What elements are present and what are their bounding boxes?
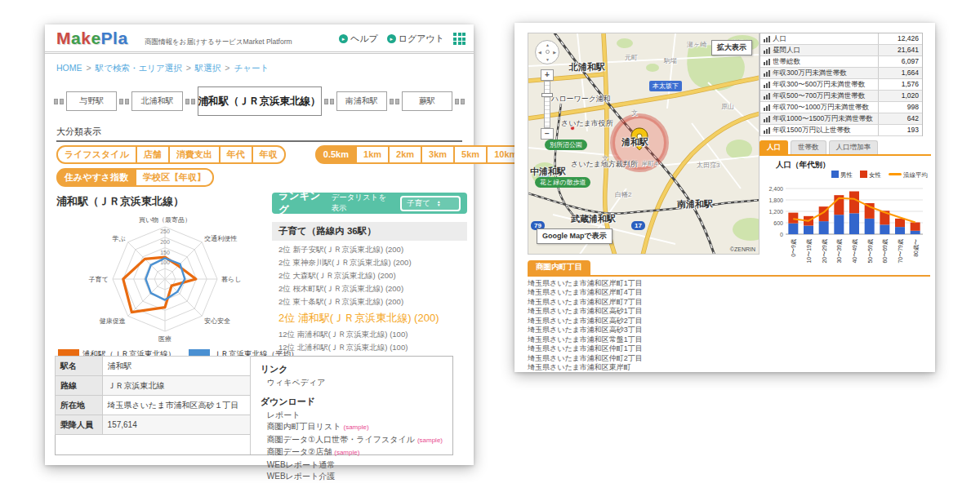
bar-chart-legend: 男性女性沿線平均 bbox=[756, 171, 928, 180]
station-tab[interactable]: 浦和駅（ＪＲ京浜東北線） bbox=[198, 86, 322, 116]
download-link[interactable]: 商圏データ①人口世帯・ライフスタイル(sample) bbox=[261, 434, 443, 447]
trade-area-tab[interactable]: 商圏内町丁目 bbox=[528, 260, 590, 275]
station-tab[interactable]: 蕨駅 bbox=[402, 91, 452, 111]
stats-row[interactable]: 年収700〜1000万円未満世帯数998 bbox=[760, 102, 922, 113]
ranking-item[interactable]: 2位 大森駅(ＪＲ京浜東北線) (200) bbox=[272, 269, 467, 282]
category-button[interactable]: 年収 bbox=[252, 145, 286, 164]
map-label-small: 元町 bbox=[625, 53, 638, 62]
apps-grid-icon[interactable] bbox=[453, 33, 466, 45]
distance-button-group: 0.5km1km2km3km5km10km bbox=[315, 145, 525, 164]
ranking-header-bar: ランキング データリストを表示 子育て ▲▼ bbox=[272, 193, 467, 214]
logo-letter: k bbox=[81, 29, 91, 47]
pan-left-icon[interactable]: ◀ bbox=[538, 50, 541, 55]
zoom-handle[interactable] bbox=[541, 93, 553, 97]
tab-人口[interactable]: 人口 bbox=[760, 140, 788, 154]
left-panel: MakePla 商圏情報をお届けするサービスMarket Platform ▸ … bbox=[45, 24, 474, 465]
distance-button[interactable]: 1km bbox=[356, 145, 389, 164]
radar-ring-label: 200 bbox=[160, 239, 170, 245]
stats-table: 人口12,426昼間人口21,641世帯総数6,097年収300万円未満世帯数1… bbox=[760, 33, 923, 136]
download-link[interactable]: 商圏データ②店舗(sample) bbox=[261, 446, 443, 459]
distance-button[interactable]: 2km bbox=[389, 145, 421, 164]
map-expand-button[interactable]: 拡大表示 bbox=[711, 40, 752, 55]
legend-swatch bbox=[860, 171, 867, 178]
stats-row[interactable]: 年収300万円未満世帯数1,664 bbox=[760, 68, 922, 79]
station-tab[interactable]: 南浦和駅 bbox=[336, 91, 387, 111]
rail-connector-icon bbox=[185, 99, 195, 104]
zoom-out-button[interactable]: − bbox=[541, 128, 554, 140]
trade-area-item: 埼玉県さいたま市浦和区高砂3丁目 bbox=[528, 326, 930, 335]
category-button[interactable]: 店舗 bbox=[136, 145, 169, 164]
stats-row[interactable]: 人口12,426 bbox=[760, 33, 922, 45]
ranking-category-select[interactable]: 子育て ▲▼ bbox=[400, 196, 461, 211]
station-tab[interactable]: 与野駅 bbox=[66, 91, 117, 111]
trade-area-item: 埼玉県さいたま市浦和区仲町1丁目 bbox=[528, 344, 930, 354]
bar-chart-icon bbox=[764, 59, 770, 65]
help-link[interactable]: ▸ ヘルプ bbox=[339, 33, 378, 45]
ranking-item[interactable]: 2位 桜木町駅(ＪＲ京浜東北線) (200) bbox=[272, 282, 467, 295]
breadcrumb-separator: > bbox=[186, 63, 191, 73]
app-header: MakePla 商圏情報をお届けするサービスMarket Platform ▸ … bbox=[45, 24, 474, 54]
stats-row[interactable]: 年収1500万円以上世帯数193 bbox=[760, 125, 922, 136]
category-button[interactable]: ライフスタイル bbox=[56, 145, 136, 164]
app-logo[interactable]: MakePla bbox=[56, 29, 128, 48]
right-panel: 北浦和駅浦和駅中浦和駅武蔵浦和駅南浦和駅ハローワーク浦和さいたま市役所さいたま地… bbox=[514, 23, 935, 372]
distance-button[interactable]: 0.5km bbox=[315, 145, 356, 164]
stats-row[interactable]: 年収1000〜1500万円未満世帯数642 bbox=[760, 113, 922, 125]
map-label-station: 浦和駅 bbox=[621, 136, 648, 149]
distance-button[interactable]: 3km bbox=[421, 145, 454, 164]
breadcrumb-item[interactable]: 駅で検索・エリア選択 bbox=[96, 63, 182, 73]
zoom-in-button[interactable]: + bbox=[541, 69, 554, 81]
pan-center-dot[interactable] bbox=[546, 50, 550, 54]
tab-人口増加率[interactable]: 人口増加率 bbox=[829, 140, 879, 154]
demographic-tabs: 人口世帯数人口増加率 bbox=[760, 140, 931, 156]
ranking-item[interactable]: 2位 東十条駅(ＪＲ京浜東北線) (200) bbox=[272, 295, 467, 308]
breadcrumb-item[interactable]: 駅選択 bbox=[195, 63, 221, 73]
ranking-item[interactable]: 12位 北浦和駅(ＪＲ京浜東北線) (100) bbox=[272, 341, 467, 354]
breadcrumb-item[interactable]: HOME bbox=[56, 63, 82, 73]
stats-row[interactable]: 年収500〜700万円未満世帯数1,020 bbox=[760, 91, 922, 102]
pan-down-icon[interactable]: ▼ bbox=[546, 57, 550, 62]
breadcrumb-item[interactable]: チャート bbox=[234, 63, 269, 73]
logout-link[interactable]: ▸ ログアウト bbox=[387, 33, 444, 45]
distance-button[interactable]: 5km bbox=[454, 145, 487, 164]
download-link[interactable]: レポート bbox=[261, 410, 443, 422]
tab-世帯数[interactable]: 世帯数 bbox=[791, 140, 826, 154]
trade-area-item: 埼玉県さいたま市浦和区岸町7丁目 bbox=[528, 298, 930, 308]
ranking-item[interactable]: 2位 浦和駅(ＪＲ京浜東北線) (200) bbox=[272, 308, 467, 328]
map-zoom-slider[interactable]: + − bbox=[541, 69, 554, 140]
category-section-title: 大分類表示 bbox=[56, 126, 462, 142]
map-pan-control[interactable]: ▲ ▼ ◀ ▶ bbox=[535, 40, 559, 64]
category-button[interactable]: 学校区【年収】 bbox=[136, 168, 214, 187]
map-label-badge-blue: 本太坂下 bbox=[649, 81, 682, 91]
bar-chart-icon bbox=[764, 104, 770, 111]
map-label-shield: 17 bbox=[631, 221, 645, 230]
ranking-item[interactable]: 2位 新子安駅(ＪＲ京浜東北線) (200) bbox=[272, 243, 467, 256]
map-label-station: 北浦和駅 bbox=[569, 61, 605, 73]
map-canvas[interactable]: 北浦和駅浦和駅中浦和駅武蔵浦和駅南浦和駅ハローワーク浦和さいたま市役所さいたま地… bbox=[528, 33, 760, 255]
zoom-track[interactable] bbox=[544, 81, 550, 128]
wikipedia-link[interactable]: ウィキペディア bbox=[261, 377, 443, 389]
station-tab[interactable]: 北浦和駅 bbox=[131, 91, 182, 111]
show-datalist-button[interactable]: データリストを表示 bbox=[331, 193, 394, 214]
ranking-item[interactable]: 2位 東神奈川駅(ＪＲ京浜東北線) (200) bbox=[272, 256, 467, 269]
pan-right-icon[interactable]: ▶ bbox=[553, 50, 556, 55]
trade-area-item: 埼玉県さいたま市浦和区常盤1丁目 bbox=[528, 335, 930, 345]
info-label: 乗降人員 bbox=[56, 415, 103, 435]
radar-axis-label: 学ぶ bbox=[113, 235, 126, 242]
links-heading: リンク bbox=[261, 363, 443, 375]
ranking-item[interactable]: 12位 南浦和駅(ＪＲ京浜東北線) (100) bbox=[272, 328, 467, 341]
pan-up-icon[interactable]: ▲ bbox=[546, 42, 550, 47]
download-link[interactable]: WEBレポート通常 bbox=[261, 459, 443, 472]
stats-row[interactable]: 年収300〜500万円未満世帯数1,576 bbox=[760, 79, 922, 91]
download-link[interactable]: WEBレポート介護 bbox=[261, 471, 443, 483]
open-google-map-button[interactable]: Google Mapで表示 bbox=[537, 228, 612, 244]
trade-area-header: 商圏内町丁目 bbox=[528, 258, 930, 277]
header-links: ▸ ヘルプ ▸ ログアウト bbox=[339, 33, 466, 45]
category-button[interactable]: 消費支出 bbox=[169, 145, 220, 164]
stats-row[interactable]: 世帯総数6,097 bbox=[760, 56, 922, 68]
stats-row[interactable]: 昼間人口21,641 bbox=[760, 45, 922, 56]
category-button[interactable]: 年代 bbox=[220, 145, 252, 164]
x-category-label: 0〜9歳 bbox=[791, 239, 797, 257]
category-button[interactable]: 住みやすさ指数 bbox=[56, 168, 136, 187]
download-link[interactable]: 商圏内町丁目リスト(sample) bbox=[261, 421, 443, 434]
